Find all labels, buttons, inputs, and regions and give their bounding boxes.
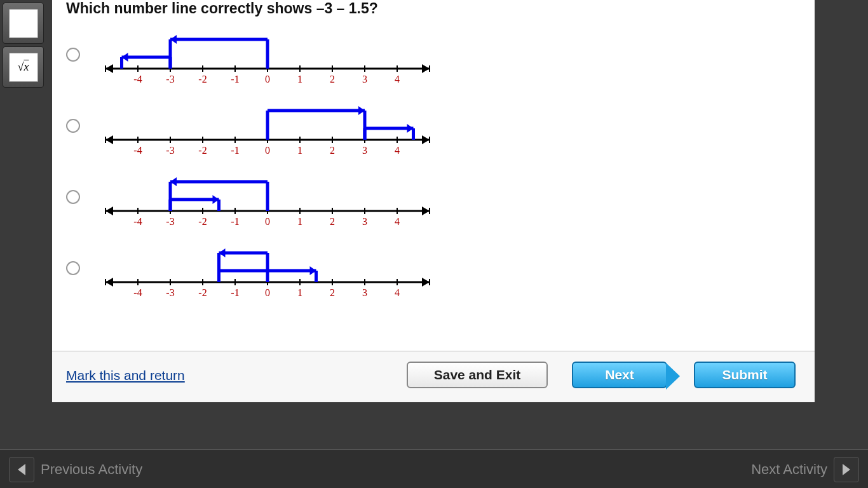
svg-text:-1: -1 — [231, 216, 239, 227]
svg-text:-4: -4 — [133, 145, 142, 156]
svg-text:-4: -4 — [133, 74, 142, 85]
next-activity-button[interactable]: Next Activity — [751, 457, 859, 482]
option-row[interactable]: -4-3-2-101234 — [66, 233, 442, 304]
svg-text:3: 3 — [362, 287, 367, 298]
svg-text:0: 0 — [265, 216, 270, 227]
svg-text:4: 4 — [395, 145, 400, 156]
save-exit-button[interactable]: Save and Exit — [407, 362, 548, 388]
svg-text:1: 1 — [297, 74, 302, 85]
options-group: -4-3-2-101234 -4-3-2-101234 — [66, 19, 442, 304]
mark-return-link[interactable]: Mark this and return — [66, 368, 185, 383]
number-line-0: -4-3-2-101234 — [93, 19, 442, 90]
previous-activity-button[interactable]: Previous Activity — [9, 457, 142, 482]
next-button[interactable]: Next — [572, 362, 667, 388]
chevron-left-icon — [9, 457, 34, 482]
svg-text:1: 1 — [297, 287, 302, 298]
svg-text:-1: -1 — [231, 287, 239, 298]
svg-text:1: 1 — [297, 145, 302, 156]
svg-text:4: 4 — [395, 74, 400, 85]
svg-text:0: 0 — [265, 145, 270, 156]
chevron-right-icon — [834, 457, 859, 482]
svg-text:1: 1 — [297, 216, 302, 227]
option-radio-1[interactable] — [66, 119, 80, 133]
svg-text:0: 0 — [265, 74, 270, 85]
next-activity-label: Next Activity — [751, 461, 827, 478]
svg-text:-3: -3 — [166, 287, 174, 298]
svg-text:-3: -3 — [166, 74, 174, 85]
tool-button-equation[interactable]: √x — [3, 46, 44, 88]
svg-text:2: 2 — [330, 216, 335, 227]
number-line-3: -4-3-2-101234 — [93, 233, 442, 304]
number-line-1: -4-3-2-101234 — [93, 90, 442, 161]
svg-text:-4: -4 — [133, 216, 142, 227]
question-text: Which number line correctly shows –3 – 1… — [66, 0, 378, 17]
svg-text:-1: -1 — [231, 74, 239, 85]
svg-text:-1: -1 — [231, 145, 239, 156]
option-row[interactable]: -4-3-2-101234 — [66, 90, 442, 161]
number-line-2: -4-3-2-101234 — [93, 161, 442, 233]
svg-text:-3: -3 — [166, 145, 174, 156]
svg-text:4: 4 — [395, 216, 400, 227]
panel-action-bar: Mark this and return Save and Exit Next … — [52, 351, 815, 402]
global-footer: Previous Activity Next Activity — [0, 449, 868, 488]
submit-button[interactable]: Submit — [694, 362, 796, 388]
svg-text:-4: -4 — [133, 287, 142, 298]
svg-text:2: 2 — [330, 287, 335, 298]
previous-activity-label: Previous Activity — [41, 461, 142, 478]
option-radio-3[interactable] — [66, 261, 80, 275]
svg-text:-2: -2 — [198, 74, 207, 85]
svg-text:-3: -3 — [166, 216, 174, 227]
svg-text:2: 2 — [330, 145, 335, 156]
tool-blank-inner — [9, 9, 38, 38]
svg-text:-2: -2 — [198, 145, 207, 156]
option-radio-2[interactable] — [66, 190, 80, 204]
equation-icon: √x — [9, 53, 38, 82]
svg-text:0: 0 — [265, 287, 270, 298]
svg-text:-2: -2 — [198, 287, 207, 298]
question-panel: Which number line correctly shows –3 – 1… — [52, 0, 815, 402]
svg-text:3: 3 — [362, 145, 367, 156]
svg-text:2: 2 — [330, 74, 335, 85]
svg-text:3: 3 — [362, 216, 367, 227]
option-row[interactable]: -4-3-2-101234 — [66, 161, 442, 233]
option-radio-0[interactable] — [66, 48, 80, 62]
option-row[interactable]: -4-3-2-101234 — [66, 19, 442, 90]
svg-text:4: 4 — [395, 287, 400, 298]
svg-text:3: 3 — [362, 74, 367, 85]
tool-button-blank[interactable] — [3, 3, 44, 44]
svg-text:-2: -2 — [198, 216, 207, 227]
